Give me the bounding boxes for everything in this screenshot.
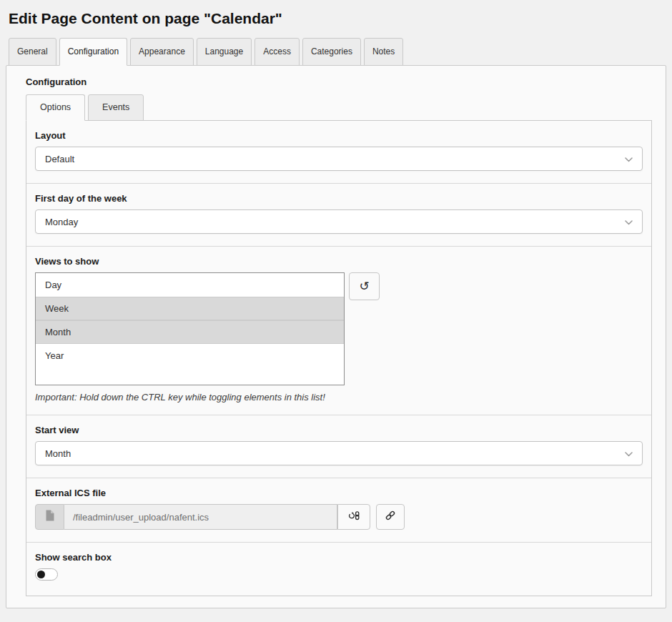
chevron-down-icon [625,217,633,227]
tab-access[interactable]: Access [255,38,300,66]
show-search-box-section: Show search box [26,543,651,596]
views-ctrl-note: Important: Hold down the CTRL key while … [35,392,643,403]
link-details-button[interactable] [337,504,370,530]
views-label: Views to show [35,256,643,267]
toggle-knob [37,571,45,578]
first-day-section: First day of the week Monday [26,184,651,247]
options-fieldset: Layout Default First day of the week Mon… [26,120,652,596]
views-option-month[interactable]: Month [36,320,344,344]
external-ics-section: External ICS file [26,478,651,543]
link-browser-button[interactable] [376,504,405,530]
views-section: Views to show Day Week Month Year ↺ Impo… [26,247,651,415]
tab-language[interactable]: Language [197,38,252,66]
page-title: Edit Page Content on page "Calendar" [9,10,666,27]
main-tabbar: General Configuration Appearance Languag… [6,38,666,65]
subtab-events[interactable]: Events [88,94,144,121]
layout-select[interactable]: Default [35,147,643,171]
layout-select-value: Default [45,154,74,164]
start-view-section: Start view Month [26,415,651,478]
page: Edit Page Content on page "Calendar" Gen… [0,0,672,614]
views-listbox[interactable]: Day Week Month Year [35,272,345,385]
layout-label: Layout [35,130,643,141]
show-search-box-label: Show search box [35,552,643,563]
layout-section: Layout Default [26,121,651,184]
first-day-select[interactable]: Monday [35,209,643,234]
subtab-options[interactable]: Options [26,94,85,121]
external-ics-input[interactable] [64,504,337,530]
start-view-label: Start view [35,425,643,435]
chevron-down-icon [625,154,633,164]
tab-categories[interactable]: Categories [302,38,361,66]
configuration-heading: Configuration [26,76,652,87]
views-option-week[interactable]: Week [36,297,344,320]
chevron-down-icon [625,448,633,459]
start-view-select[interactable]: Month [35,441,643,465]
views-option-year[interactable]: Year [36,344,344,367]
views-option-day[interactable]: Day [36,273,344,297]
configuration-subtabbar: Options Events [26,94,652,120]
external-ics-label: External ICS file [35,488,643,498]
first-day-label: First day of the week [35,193,643,204]
file-icon [45,509,55,525]
link-icon [385,510,396,524]
tab-notes[interactable]: Notes [364,38,403,66]
tab-general[interactable]: General [9,38,56,66]
revert-selection-button[interactable]: ↺ [349,272,380,300]
undo-icon: ↺ [359,280,369,292]
tab-appearance[interactable]: Appearance [130,38,194,66]
show-search-box-toggle[interactable] [35,568,58,581]
link-details-icon [348,510,360,524]
configuration-panel: Configuration Options Events Layout Defa… [6,65,666,608]
start-view-select-value: Month [45,448,71,459]
tab-configuration[interactable]: Configuration [59,38,127,66]
file-addon [35,504,64,530]
first-day-select-value: Monday [45,217,78,227]
